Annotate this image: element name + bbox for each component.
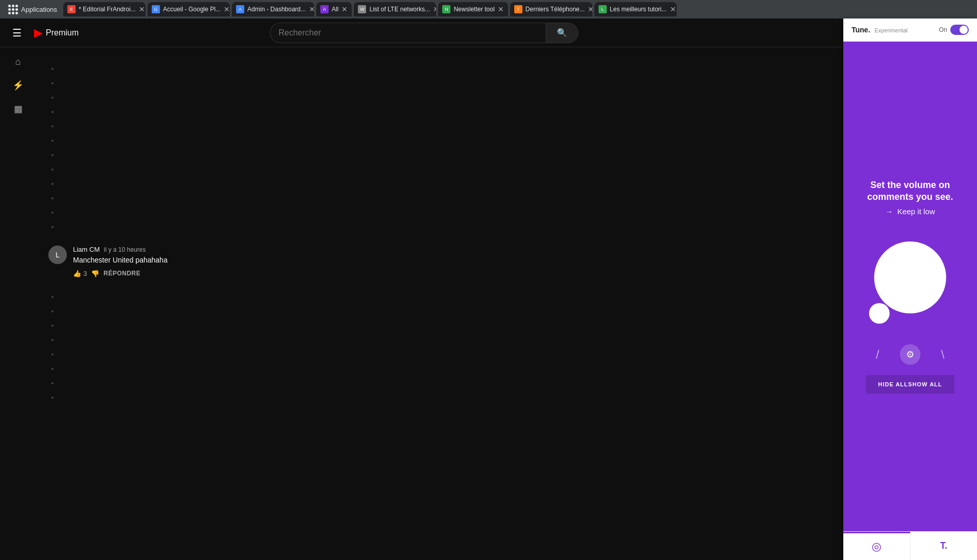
- list-item: [59, 137, 965, 144]
- dislike-icon: 👎: [91, 270, 99, 277]
- youtube-logo[interactable]: ▶ Premium: [34, 26, 79, 40]
- list-item: [59, 223, 965, 230]
- comment-dislike-button[interactable]: 👎: [91, 270, 99, 277]
- like-count: 3: [83, 270, 87, 277]
- gear-icon: ⚙: [906, 349, 914, 360]
- tab-newsletter[interactable]: N Newsletter tool ✕: [438, 2, 508, 16]
- tab-all[interactable]: A All ✕: [316, 2, 352, 16]
- tune-description: Set the volume on comments you see.: [854, 179, 967, 203]
- apps-grid-icon: [8, 5, 18, 14]
- tab-close-admin[interactable]: ✕: [309, 5, 315, 13]
- comment-bubble-tail: [869, 303, 890, 324]
- list-item: [59, 336, 965, 343]
- menu-icon[interactable]: ☰: [8, 23, 26, 43]
- comment-author: Liam CM: [73, 246, 100, 253]
- tab-label-accueil: Accueil - Google Pl...: [163, 6, 221, 13]
- comment-list-bottom: [59, 293, 965, 401]
- sidebar-item-subscriptions[interactable]: ▦: [2, 98, 34, 120]
- main-layout: ⌂ ⚡ ▦ L Lia: [0, 47, 977, 560]
- tab-editorial[interactable]: E * Editorial FrAndroi... ✕: [63, 2, 146, 16]
- comment-text: Manchester United pahahaha: [73, 255, 965, 266]
- list-item: [59, 307, 965, 314]
- tune-experimental-label: Experimental: [875, 27, 908, 33]
- comment-avatar: L: [48, 246, 67, 264]
- tab-meilleurs[interactable]: L Les meilleurs tutori... ✕: [594, 2, 677, 16]
- tab-favicon-editorial: E: [67, 5, 76, 13]
- apps-label: Applications: [21, 6, 57, 13]
- tune-toggle[interactable]: [950, 25, 969, 35]
- list-item: [59, 94, 965, 101]
- tune-bottom-icon-text: T.: [940, 540, 947, 551]
- tab-label-editorial: * Editorial FrAndroi...: [79, 6, 136, 13]
- content-area: L Liam CM il y a 10 heures Manchester Un…: [36, 47, 977, 560]
- tune-slider-area: / ⚙ \: [876, 344, 944, 365]
- list-item: [59, 151, 965, 158]
- tune-title-container: Tune. Experimental: [852, 25, 908, 34]
- tab-derniers[interactable]: T Derniers Téléphone... ✕: [510, 2, 592, 16]
- comment-bubble-visual: [869, 241, 951, 324]
- list-item: [59, 122, 965, 129]
- list-item: [59, 65, 965, 72]
- tune-toggle-container: On: [939, 25, 969, 35]
- youtube-logo-icon: ▶: [34, 26, 43, 40]
- tune-settings-button[interactable]: ⚙: [900, 344, 920, 365]
- list-item: [59, 365, 965, 372]
- tune-panel: Tune. Experimental On Set the volume on …: [843, 18, 977, 560]
- tab-favicon-newsletter: N: [442, 5, 450, 13]
- apps-button[interactable]: Applications: [4, 3, 61, 16]
- tab-favicon-all: A: [320, 5, 329, 13]
- list-item: [59, 322, 965, 329]
- list-item: [59, 293, 965, 300]
- tune-body: Set the volume on comments you see. → Ke…: [843, 42, 977, 531]
- tab-close-accueil[interactable]: ✕: [224, 5, 230, 13]
- tab-close-all[interactable]: ✕: [341, 5, 348, 13]
- tune-dial-right: \: [941, 347, 945, 362]
- hide-all-button[interactable]: HIDE ALL: [878, 381, 908, 387]
- tune-keep-low: Keep it low: [897, 207, 935, 216]
- like-icon: 👍: [73, 270, 81, 277]
- tune-bottom-tab-text[interactable]: T.: [911, 532, 978, 560]
- sidebar-item-shorts[interactable]: ⚡: [2, 74, 34, 96]
- youtube-header: ☰ ▶ Premium 🔍 👤: [0, 18, 977, 47]
- home-icon: ⌂: [15, 57, 21, 67]
- tab-close-derniers[interactable]: ✕: [588, 5, 592, 13]
- tab-close-newsletter[interactable]: ✕: [498, 5, 504, 13]
- tab-favicon-derniers: T: [514, 5, 522, 13]
- tab-close-editorial[interactable]: ✕: [139, 5, 145, 13]
- tab-lte[interactable]: W List of LTE networks... ✕: [354, 2, 436, 16]
- tab-label-all: All: [332, 6, 338, 13]
- list-item: [59, 209, 965, 216]
- tab-label-meilleurs: Les meilleurs tutori...: [610, 6, 667, 13]
- comment-actions: 👍 3 👎 RÉPONDRE: [73, 270, 965, 277]
- comment-reply-button[interactable]: RÉPONDRE: [103, 270, 140, 277]
- tab-favicon-admin: A: [236, 5, 244, 13]
- tune-bottom-icon-tune: ◎: [872, 540, 881, 553]
- search-container: 🔍: [270, 23, 578, 43]
- tune-on-label: On: [939, 26, 947, 33]
- tune-bottom-tab-tune[interactable]: ◎: [843, 532, 910, 560]
- tab-admin[interactable]: A Admin - Dashboard... ✕: [232, 2, 314, 16]
- list-item: [59, 379, 965, 386]
- comment-body: Liam CM il y a 10 heures Manchester Unit…: [73, 246, 965, 277]
- search-button[interactable]: 🔍: [546, 23, 578, 43]
- list-item: [59, 79, 965, 86]
- tune-arrow: →: [885, 207, 893, 216]
- shorts-icon: ⚡: [12, 80, 24, 91]
- tune-title: Tune.: [852, 26, 870, 34]
- tab-close-meilleurs[interactable]: ✕: [670, 5, 676, 13]
- tune-subtitle: → Keep it low: [885, 207, 935, 216]
- list-item: [59, 394, 965, 401]
- search-input[interactable]: [270, 23, 546, 43]
- show-all-button[interactable]: SHOW ALL: [908, 381, 942, 387]
- list-item: [59, 180, 965, 187]
- comment-like-button[interactable]: 👍 3: [73, 270, 87, 277]
- tab-label-newsletter: Newsletter tool: [454, 6, 494, 13]
- sidebar-item-home[interactable]: ⌂: [2, 51, 34, 72]
- list-item: [59, 350, 965, 358]
- chrome-topbar: Applications E * Editorial FrAndroi... ✕…: [0, 0, 977, 18]
- tab-label-admin: Admin - Dashboard...: [247, 6, 305, 13]
- tab-label-derniers: Derniers Téléphone...: [526, 6, 585, 13]
- tab-close-lte[interactable]: ✕: [433, 5, 436, 13]
- tab-accueil[interactable]: G Accueil - Google Pl... ✕: [148, 2, 230, 16]
- tune-toggle-knob: [960, 26, 968, 34]
